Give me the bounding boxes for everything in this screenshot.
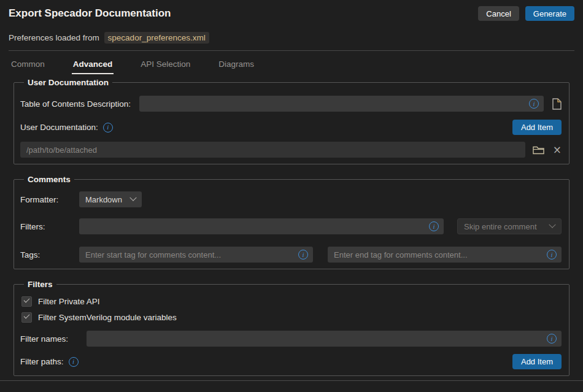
- preferences-status: Preferences loaded from specador_prefere…: [9, 33, 574, 42]
- tab-common[interactable]: Common: [10, 58, 46, 74]
- tags-label: Tags:: [20, 250, 79, 259]
- attached-path-row: ×: [20, 142, 562, 158]
- filter-sv-module-vars-row: Filter SystemVerilog module variables: [21, 312, 562, 323]
- check-icon: [24, 313, 30, 319]
- info-icon[interactable]: [298, 250, 308, 259]
- tags-row: Tags:: [20, 247, 562, 263]
- end-tag-input[interactable]: [328, 247, 562, 263]
- preferences-status-text: Preferences loaded from: [9, 33, 99, 42]
- formatter-row: Formatter: Markdown: [20, 191, 562, 207]
- generate-button[interactable]: Generate: [525, 6, 574, 21]
- user-doc-row: User Documentation: Add Item: [20, 120, 562, 135]
- filters-label: Filters:: [20, 222, 79, 231]
- cancel-button[interactable]: Cancel: [478, 6, 519, 21]
- export-dialog: Export Specador Documentation Cancel Gen…: [0, 0, 583, 392]
- header-buttons: Cancel Generate: [478, 6, 574, 21]
- section-filters-legend: Filters: [24, 280, 56, 289]
- section-user-documentation: User Documentation Table of Contents Des…: [14, 78, 569, 164]
- filter-paths-label-group: Filter paths:: [20, 357, 79, 367]
- filters-input[interactable]: [79, 218, 444, 234]
- section-user-documentation-legend: User Documentation: [24, 78, 112, 87]
- toc-description-row: Table of Contents Description:: [20, 96, 562, 112]
- bottom-divider: [0, 380, 583, 381]
- info-icon[interactable]: [69, 357, 79, 367]
- remove-item-icon[interactable]: ×: [553, 145, 562, 155]
- filter-names-input-wrap: [87, 331, 562, 347]
- page-title: Export Specador Documentation: [9, 6, 171, 20]
- toc-description-label: Table of Contents Description:: [20, 99, 131, 109]
- dialog-header: Export Specador Documentation Cancel Gen…: [9, 6, 574, 21]
- file-icon[interactable]: [552, 98, 562, 110]
- add-item-button[interactable]: Add Item: [512, 120, 562, 135]
- attached-path-input-wrap: [20, 142, 525, 158]
- start-tag-input[interactable]: [79, 247, 313, 263]
- filter-paths-row: Filter paths: Add Item: [20, 354, 562, 369]
- attached-path-input[interactable]: [20, 142, 525, 158]
- filter-names-row: Filter names:: [20, 331, 562, 347]
- filter-sv-module-vars-checkbox[interactable]: [21, 312, 32, 323]
- filter-sv-module-vars-label: Filter SystemVerilog module variables: [38, 313, 177, 322]
- formatter-dropdown-value: Markdown: [85, 195, 122, 204]
- section-comments: Comments Formatter: Markdown Filters: Sk…: [14, 175, 569, 269]
- formatter-dropdown[interactable]: Markdown: [79, 191, 142, 207]
- toc-description-input-wrap: [139, 96, 544, 112]
- section-filters: Filters Filter Private API Filter System…: [14, 280, 569, 376]
- skip-comment-dropdown-value: Skip entire comment: [464, 222, 537, 231]
- skip-comment-dropdown[interactable]: Skip entire comment: [457, 218, 562, 234]
- filter-names-input[interactable]: [87, 331, 562, 347]
- filter-names-label: Filter names:: [20, 334, 87, 344]
- chevron-down-icon: [549, 221, 555, 228]
- info-icon[interactable]: [529, 99, 539, 109]
- tab-bar: Common Advanced API Selection Diagrams: [9, 51, 574, 74]
- tab-api-selection[interactable]: API Selection: [139, 58, 191, 74]
- preferences-file-badge: specador_preferences.xml: [104, 32, 209, 44]
- check-icon: [24, 297, 30, 303]
- chevron-down-icon: [129, 194, 136, 201]
- user-doc-label-group: User Documentation:: [20, 123, 113, 133]
- formatter-label: Formatter:: [20, 195, 79, 204]
- filter-paths-label: Filter paths:: [20, 357, 64, 366]
- filters-input-wrap: [79, 218, 444, 234]
- user-doc-label: User Documentation:: [20, 123, 98, 132]
- tab-diagrams[interactable]: Diagrams: [217, 58, 255, 74]
- filter-private-api-checkbox[interactable]: [21, 296, 32, 307]
- info-icon[interactable]: [547, 334, 557, 344]
- start-tag-input-wrap: [79, 247, 313, 263]
- folder-browse-icon[interactable]: [533, 145, 544, 155]
- add-filter-path-button[interactable]: Add Item: [512, 354, 562, 369]
- section-comments-legend: Comments: [24, 175, 74, 184]
- info-icon[interactable]: [103, 123, 113, 133]
- end-tag-input-wrap: [328, 247, 562, 263]
- info-icon[interactable]: [547, 250, 557, 259]
- toc-description-input[interactable]: [139, 96, 544, 112]
- filter-private-api-label: Filter Private API: [38, 297, 100, 306]
- tab-advanced[interactable]: Advanced: [72, 58, 114, 74]
- filters-row: Filters: Skip entire comment: [20, 218, 562, 234]
- info-icon[interactable]: [429, 221, 439, 231]
- filter-private-api-row: Filter Private API: [21, 296, 562, 307]
